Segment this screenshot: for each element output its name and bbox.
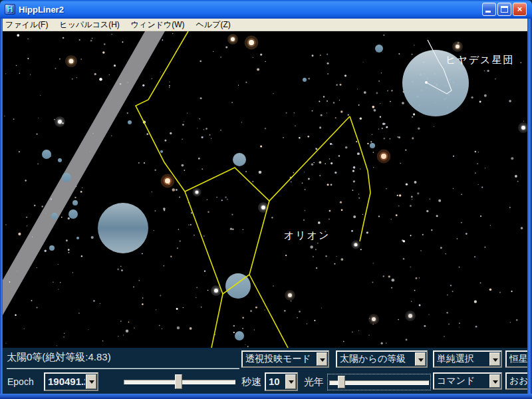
chevron-down-icon[interactable]	[86, 374, 96, 389]
window-title: HippLiner2	[19, 5, 64, 15]
chevron-down-icon[interactable]	[285, 374, 296, 389]
lightyear-slider-thumb[interactable]	[338, 376, 345, 388]
chevron-down-icon[interactable]	[489, 374, 500, 388]
chevron-down-icon[interactable]	[415, 352, 426, 366]
epoch-slider-thumb[interactable]	[175, 374, 182, 389]
projection-mode-value: 透視投映モード	[245, 353, 316, 365]
window-border-right	[527, 19, 532, 399]
command-select[interactable]: コマンド	[433, 372, 502, 390]
magnitude-mode-select[interactable]: 太陽からの等級	[336, 350, 428, 368]
speed-value: 10	[269, 376, 285, 387]
minimize-button[interactable]	[482, 3, 496, 16]
selection-mode-value: 単純選択	[437, 353, 489, 365]
status-label: 太陽0等(絶対等級:4.83)	[7, 351, 111, 364]
star-discs	[42, 45, 469, 340]
magnitude-mode-value: 太陽からの等級	[340, 353, 414, 365]
menu-bar: ファイル(F) ヒッパルコス(H) ウィンドウ(W) ヘルプ(Z)	[0, 19, 532, 31]
orion-label: オリオン	[284, 229, 330, 241]
milky-way-band	[3, 31, 165, 320]
star-type-value: 恒星	[509, 353, 527, 365]
epoch-label: Epoch	[7, 376, 34, 387]
star-type-select[interactable]: 恒星	[505, 350, 527, 368]
constellation-value: おお	[509, 375, 527, 387]
app-icon: H	[5, 4, 15, 15]
control-panel: 太陽0等(絶対等級:4.83) 透視投映モード 太陽からの等級 単純選択 恒星 …	[3, 348, 527, 394]
status-underline	[7, 368, 239, 369]
chevron-down-icon[interactable]	[317, 352, 327, 366]
app-window: H HippLiner2 × ファイル(F) ヒッパルコス(H) ウィンドウ(W…	[0, 0, 532, 399]
constellation-select[interactable]: おお	[505, 372, 527, 390]
maximize-icon	[501, 6, 508, 13]
selection-mode-select[interactable]: 単純選択	[433, 350, 502, 368]
menu-hipparcos[interactable]: ヒッパルコス(H)	[59, 19, 119, 31]
projection-mode-select[interactable]: 透視投映モード	[241, 350, 329, 368]
epoch-slider[interactable]	[122, 372, 237, 391]
menu-file[interactable]: ファイル(F)	[5, 19, 48, 31]
lightyear-slider[interactable]	[327, 374, 431, 390]
star-map-canvas[interactable]: オリオン ヒヤデス星団	[3, 31, 527, 348]
speed-label: 秒速	[241, 376, 261, 388]
lightyear-label: 光年	[304, 376, 324, 388]
close-button[interactable]: ×	[513, 3, 527, 16]
speed-select[interactable]: 10	[265, 372, 298, 391]
window-border-left	[0, 19, 3, 399]
chevron-down-icon[interactable]	[489, 352, 500, 366]
menu-window[interactable]: ウィンドウ(W)	[131, 19, 185, 31]
maximize-button[interactable]	[497, 3, 511, 16]
command-value: コマンド	[437, 375, 489, 387]
minimize-icon	[485, 11, 491, 13]
star-map[interactable]: オリオン ヒヤデス星団	[3, 31, 527, 348]
epoch-select[interactable]: 190491.2	[44, 372, 98, 391]
hyades-label: ヒヤデス星団	[446, 54, 514, 65]
menu-help[interactable]: ヘルプ(Z)	[196, 19, 231, 31]
window-border-bottom	[0, 394, 532, 399]
title-bar[interactable]: H HippLiner2 ×	[0, 0, 532, 19]
epoch-value: 190491.2	[48, 376, 85, 387]
